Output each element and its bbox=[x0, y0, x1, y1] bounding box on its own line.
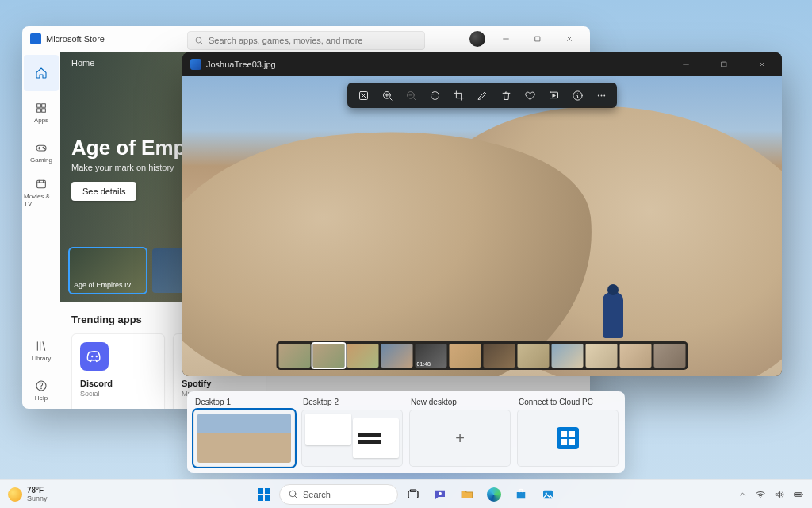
nav-home[interactable] bbox=[24, 55, 59, 91]
filmstrip-thumb[interactable] bbox=[654, 344, 686, 368]
minimize-button[interactable] bbox=[669, 53, 703, 75]
zoom-out-icon[interactable] bbox=[400, 84, 422, 106]
more-icon[interactable] bbox=[590, 84, 612, 106]
filmstrip-thumb[interactable] bbox=[586, 344, 618, 368]
photos-app-icon bbox=[190, 59, 201, 70]
svg-point-26 bbox=[439, 491, 442, 495]
nav-help[interactable]: Help bbox=[24, 372, 59, 409]
cloud-pc-button[interactable]: Connect to Cloud PC bbox=[517, 398, 619, 467]
cloud-pc-icon bbox=[557, 427, 579, 449]
minimize-button[interactable] bbox=[490, 28, 522, 50]
svg-point-8 bbox=[44, 148, 44, 149]
library-icon bbox=[35, 340, 48, 352]
maximize-button[interactable] bbox=[707, 53, 741, 75]
video-duration: 01:48 bbox=[417, 361, 431, 367]
app-card-discord[interactable]: Discord Social bbox=[71, 333, 165, 409]
nav-library[interactable]: Library bbox=[24, 333, 59, 369]
info-icon[interactable] bbox=[566, 84, 588, 106]
system-tray[interactable] bbox=[738, 489, 804, 500]
discord-icon bbox=[80, 342, 109, 371]
filmstrip-thumb[interactable] bbox=[381, 344, 413, 368]
start-button[interactable] bbox=[252, 483, 276, 506]
svg-point-13 bbox=[96, 356, 98, 357]
edge-button[interactable] bbox=[482, 483, 506, 506]
favorite-icon[interactable] bbox=[519, 84, 541, 106]
filmstrip-thumb-video[interactable]: 01:48 bbox=[416, 344, 447, 368]
slideshow-icon[interactable] bbox=[542, 84, 565, 106]
chevron-up-icon[interactable] bbox=[738, 490, 747, 498]
card-name: Discord bbox=[80, 379, 156, 388]
photo-viewport[interactable]: 01:48 bbox=[182, 76, 782, 376]
delete-icon[interactable] bbox=[495, 84, 517, 106]
new-desktop-tile[interactable]: + bbox=[409, 410, 511, 467]
photos-titlebar[interactable]: JoshuaTree03.jpg bbox=[182, 52, 782, 76]
hero-thumb[interactable]: Age of Empires IV bbox=[70, 248, 146, 293]
photos-toolbar bbox=[347, 83, 617, 108]
filmstrip-thumb[interactable] bbox=[518, 344, 550, 368]
chat-button[interactable] bbox=[428, 483, 452, 506]
svg-point-20 bbox=[597, 94, 599, 96]
svg-point-28 bbox=[546, 492, 547, 494]
search-label: Search bbox=[303, 490, 331, 499]
edit-icon[interactable] bbox=[471, 84, 493, 106]
nav-gaming[interactable]: Gaming bbox=[24, 134, 59, 171]
maximize-button[interactable] bbox=[522, 28, 553, 50]
help-icon bbox=[35, 379, 48, 392]
filmstrip-thumb[interactable] bbox=[279, 344, 311, 368]
photo-subject bbox=[603, 292, 623, 338]
svg-rect-5 bbox=[42, 109, 46, 113]
search-icon bbox=[194, 36, 204, 45]
task-view-button[interactable] bbox=[401, 483, 425, 506]
filmstrip-thumb[interactable] bbox=[620, 344, 652, 368]
new-desktop-button[interactable]: New desktop + bbox=[409, 398, 511, 467]
crop-icon[interactable] bbox=[447, 84, 469, 106]
sun-icon bbox=[8, 487, 22, 502]
desktop-preview[interactable] bbox=[301, 410, 403, 467]
task-view-tray: Desktop 1 Desktop 2 New desktop + Connec… bbox=[187, 391, 625, 473]
taskbar: 78°F Sunny Search bbox=[0, 479, 812, 508]
virtual-desktop-2[interactable]: Desktop 2 bbox=[301, 398, 403, 467]
store-search-input[interactable]: Search apps, games, movies, and more bbox=[187, 31, 425, 50]
taskbar-search[interactable]: Search bbox=[279, 484, 398, 505]
svg-rect-3 bbox=[42, 104, 46, 108]
rotate-icon[interactable] bbox=[423, 84, 446, 106]
apps-icon bbox=[35, 102, 48, 114]
filmstrip-thumb[interactable] bbox=[313, 344, 345, 368]
desktop-label: Desktop 2 bbox=[301, 398, 403, 406]
close-button[interactable] bbox=[745, 53, 779, 75]
battery-icon[interactable] bbox=[793, 489, 804, 500]
nav-apps[interactable]: Apps bbox=[24, 94, 59, 131]
user-avatar[interactable] bbox=[469, 31, 485, 47]
filmstrip-thumb[interactable] bbox=[484, 344, 515, 368]
filmstrip-thumb[interactable] bbox=[552, 344, 584, 368]
photos-window: JoshuaTree03.jpg 01:48 bbox=[182, 52, 782, 376]
virtual-desktop-1[interactable]: Desktop 1 bbox=[193, 398, 295, 467]
fit-to-window-icon[interactable] bbox=[352, 84, 374, 106]
zoom-in-icon[interactable] bbox=[376, 84, 398, 106]
card-name: Spotify bbox=[182, 379, 258, 388]
filmstrip-thumb[interactable] bbox=[450, 344, 481, 368]
cloud-pc-tile[interactable] bbox=[517, 410, 619, 467]
volume-icon[interactable] bbox=[774, 489, 785, 500]
filmstrip-thumb[interactable] bbox=[347, 344, 379, 368]
weather-widget[interactable]: 78°F Sunny bbox=[8, 486, 48, 502]
svg-rect-1 bbox=[535, 37, 540, 41]
store-titlebar[interactable]: Microsoft Store Search apps, games, movi… bbox=[22, 26, 590, 52]
svg-point-7 bbox=[43, 147, 44, 148]
search-icon bbox=[288, 489, 298, 499]
photos-button[interactable] bbox=[536, 483, 560, 506]
nav-movies[interactable]: Movies & TV bbox=[24, 174, 59, 210]
close-button[interactable] bbox=[553, 28, 585, 50]
desktop-preview[interactable] bbox=[193, 410, 295, 467]
svg-point-22 bbox=[603, 94, 605, 96]
store-button[interactable] bbox=[509, 483, 533, 506]
photos-filmstrip: 01:48 bbox=[277, 341, 688, 370]
movies-icon bbox=[35, 178, 48, 190]
desktop-label: Connect to Cloud PC bbox=[517, 398, 619, 406]
explorer-button[interactable] bbox=[455, 483, 479, 506]
nav-label: Library bbox=[32, 355, 51, 362]
wifi-icon[interactable] bbox=[755, 489, 766, 500]
see-details-button[interactable]: See details bbox=[71, 182, 136, 201]
card-category: Social bbox=[80, 390, 156, 398]
photos-filename: JoshuaTree03.jpg bbox=[206, 60, 276, 69]
